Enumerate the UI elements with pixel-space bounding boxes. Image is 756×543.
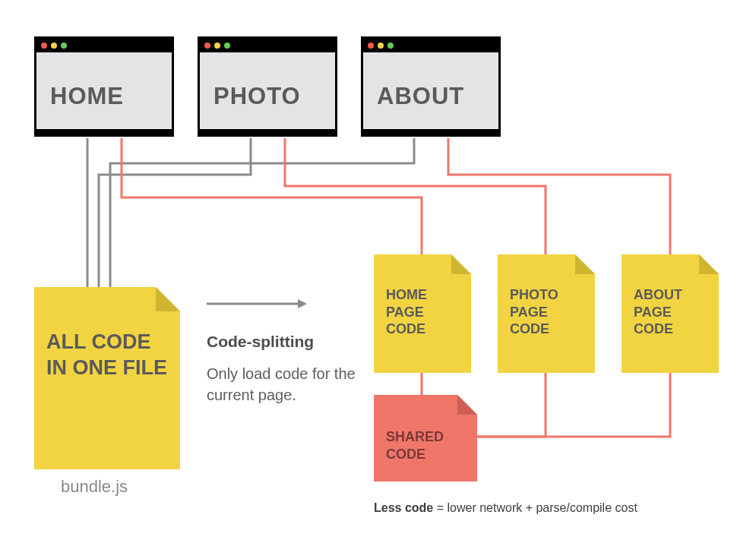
file-fold-icon [575, 254, 595, 274]
file-label: HOME PAGE CODE [386, 286, 459, 338]
file-fold-icon [457, 395, 477, 415]
traffic-light-yellow-icon [214, 43, 220, 49]
file-fold-icon [699, 254, 719, 274]
traffic-light-red-icon [41, 43, 47, 49]
browser-label: ABOUT [377, 83, 464, 110]
traffic-light-yellow-icon [51, 43, 57, 49]
traffic-light-red-icon [368, 43, 374, 49]
window-titlebar [363, 39, 498, 52]
browser-photo: PHOTO [198, 36, 337, 137]
traffic-light-yellow-icon [378, 43, 384, 49]
file-bundle: ALL CODE IN ONE FILE [34, 287, 180, 469]
window-bottombar [198, 129, 337, 137]
browser-about: ABOUT [361, 36, 501, 137]
file-about-page-code: ABOUT PAGE CODE [622, 254, 719, 373]
file-home-page-code: HOME PAGE CODE [374, 254, 471, 373]
browser-home: HOME [34, 36, 174, 137]
footnote-bold: Less code [374, 501, 433, 514]
file-label: ABOUT PAGE CODE [634, 286, 707, 338]
footnote: Less code = lower network + parse/compil… [374, 501, 637, 515]
window-titlebar [200, 39, 335, 52]
file-label: PHOTO PAGE CODE [510, 286, 583, 338]
file-label: SHARED CODE [386, 428, 465, 462]
window-bottombar [34, 129, 174, 137]
bundle-filename: bundle.js [61, 477, 128, 497]
browser-label: PHOTO [214, 83, 301, 110]
window-titlebar [36, 39, 172, 52]
caption-title: Code-splitting [207, 333, 359, 351]
traffic-light-green-icon [224, 43, 230, 49]
caption-subtitle: Only load code for the current page. [207, 363, 359, 406]
file-shared-code: SHARED CODE [374, 395, 477, 481]
svg-marker-3 [298, 299, 307, 308]
browser-label: HOME [50, 83, 124, 110]
diagram-canvas: HOME PHOTO ABOUT ALL CODE IN ONE FILE bu… [0, 0, 756, 543]
traffic-light-green-icon [61, 43, 67, 49]
file-fold-icon [451, 254, 471, 274]
caption: Code-splitting Only load code for the cu… [207, 333, 359, 406]
file-photo-page-code: PHOTO PAGE CODE [498, 254, 595, 373]
window-bottombar [361, 129, 501, 137]
file-label: ALL CODE IN ONE FILE [46, 330, 168, 381]
footnote-rest: = lower network + parse/compile cost [433, 501, 637, 514]
traffic-light-red-icon [204, 43, 210, 49]
traffic-light-green-icon [387, 43, 394, 49]
file-fold-icon [156, 287, 180, 311]
